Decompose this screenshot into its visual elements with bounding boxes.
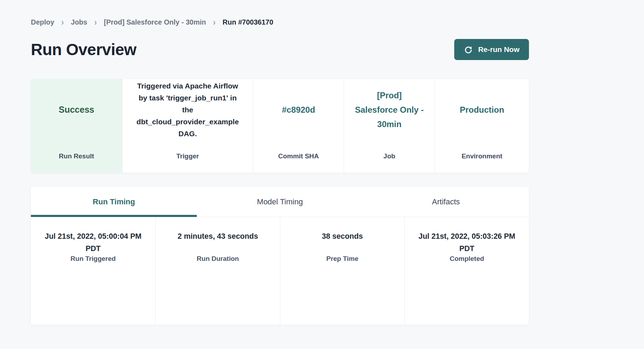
commit-sha-label: Commit SHA — [253, 152, 344, 160]
run-triggered-label: Run Triggered — [41, 255, 145, 263]
prep-time-cell: 38 seconds Prep Time — [280, 217, 404, 325]
run-triggered-cell: Jul 21st, 2022, 05:00:04 PM PDT Run Trig… — [31, 217, 155, 325]
tab-run-timing[interactable]: Run Timing — [31, 187, 197, 217]
breadcrumb-jobs[interactable]: Jobs — [71, 18, 87, 26]
job-link[interactable]: [Prod] Salesforce Only - 30min — [355, 88, 424, 131]
trigger-value: Triggered via Apache Airflow by task 'tr… — [133, 80, 242, 140]
breadcrumb-job-name[interactable]: [Prod] Salesforce Only - 30min — [104, 18, 206, 26]
trigger-label: Trigger — [122, 152, 253, 160]
environment-label: Environment — [435, 152, 529, 160]
refresh-icon — [464, 45, 473, 54]
breadcrumb-deploy[interactable]: Deploy — [31, 18, 54, 26]
environment-link[interactable]: Production — [460, 103, 504, 117]
run-result-card: Success Run Result — [31, 79, 122, 173]
run-summary-cards: Success Run Result Triggered via Apache … — [31, 79, 529, 173]
completed-label: Completed — [415, 255, 518, 263]
run-duration-label: Run Duration — [166, 255, 269, 263]
run-duration-value: 2 minutes, 43 seconds — [166, 230, 269, 255]
tab-model-timing[interactable]: Model Timing — [197, 187, 363, 217]
rerun-now-button[interactable]: Re-run Now — [454, 39, 529, 60]
chevron-right-icon: › — [61, 18, 64, 27]
commit-sha-card: #c8920d Commit SHA — [253, 79, 344, 173]
chevron-right-icon: › — [94, 18, 97, 27]
completed-cell: Jul 21st, 2022, 05:03:26 PM PDT Complete… — [404, 217, 529, 325]
run-timing-panel: Run Timing Model Timing Artifacts Jul 21… — [31, 187, 529, 325]
prep-time-label: Prep Time — [291, 255, 394, 263]
completed-value: Jul 21st, 2022, 05:03:26 PM PDT — [415, 230, 518, 255]
page-header: Run Overview Re-run Now — [31, 39, 529, 60]
chevron-right-icon: › — [213, 18, 215, 27]
prep-time-value: 38 seconds — [291, 230, 394, 255]
job-card: [Prod] Salesforce Only - 30min Job — [344, 79, 435, 173]
tab-artifacts[interactable]: Artifacts — [363, 187, 529, 217]
commit-sha-link[interactable]: #c8920d — [282, 103, 315, 117]
tab-bar: Run Timing Model Timing Artifacts — [31, 187, 529, 217]
rerun-now-label: Re-run Now — [478, 45, 519, 54]
run-triggered-value: Jul 21st, 2022, 05:00:04 PM PDT — [41, 230, 145, 255]
job-label: Job — [344, 152, 435, 160]
breadcrumb-run-number: Run #70036170 — [223, 18, 274, 26]
run-duration-cell: 2 minutes, 43 seconds Run Duration — [155, 217, 280, 325]
run-result-label: Run Result — [31, 152, 122, 160]
page-title: Run Overview — [31, 40, 136, 59]
environment-card: Production Environment — [435, 79, 529, 173]
timing-grid: Jul 21st, 2022, 05:00:04 PM PDT Run Trig… — [31, 217, 529, 325]
trigger-card: Triggered via Apache Airflow by task 'tr… — [122, 79, 253, 173]
run-result-value: Success — [59, 103, 94, 117]
breadcrumb: Deploy › Jobs › [Prod] Salesforce Only -… — [31, 0, 529, 26]
page-container: Deploy › Jobs › [Prod] Salesforce Only -… — [31, 0, 529, 325]
